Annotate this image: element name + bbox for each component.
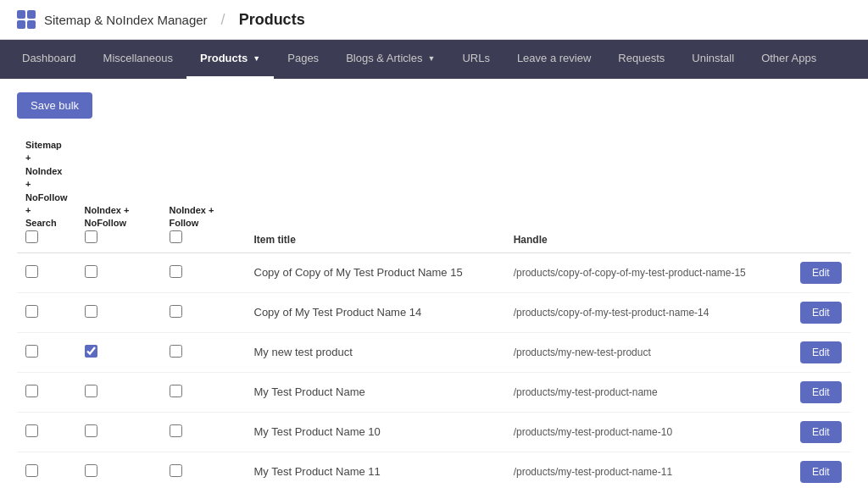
app-icon bbox=[17, 10, 36, 29]
edit-button-4[interactable]: Edit bbox=[800, 421, 842, 443]
dropdown-arrow-icon: ▼ bbox=[427, 54, 435, 63]
row-check2-4[interactable] bbox=[85, 424, 97, 437]
main-content: Save bulk Sitemap +NoIndex +NoFollow +Se… bbox=[0, 79, 868, 488]
app-name: Sitemap & NoIndex Manager bbox=[44, 13, 208, 27]
row-check2-2[interactable] bbox=[85, 345, 97, 358]
row-title-4: My Test Product Name 10 bbox=[246, 412, 505, 452]
nav-item-uninstall[interactable]: Uninstall bbox=[678, 40, 748, 79]
row-check1-1[interactable] bbox=[25, 305, 38, 318]
row-check3-4[interactable] bbox=[170, 424, 182, 437]
edit-button-2[interactable]: Edit bbox=[800, 341, 842, 363]
dropdown-arrow-icon: ▼ bbox=[253, 54, 260, 63]
nav-bar: DashboardMiscellaneousProducts▼PagesBlog… bbox=[0, 40, 868, 79]
row-check1-0[interactable] bbox=[25, 265, 38, 278]
row-check1-3[interactable] bbox=[25, 385, 38, 397]
row-check2-1[interactable] bbox=[85, 305, 97, 318]
edit-button-3[interactable]: Edit bbox=[800, 381, 842, 403]
col-header-item-title: Item title bbox=[246, 132, 505, 252]
nav-item-requests[interactable]: Requests bbox=[604, 40, 678, 79]
row-title-3: My Test Product Name bbox=[246, 372, 505, 412]
select-all-check3[interactable] bbox=[170, 230, 182, 243]
row-check3-0[interactable] bbox=[170, 265, 182, 278]
row-check3-2[interactable] bbox=[170, 345, 182, 358]
nav-item-miscellaneous[interactable]: Miscellaneous bbox=[90, 40, 186, 79]
col-header-edit bbox=[792, 132, 851, 252]
nav-item-pages[interactable]: Pages bbox=[274, 40, 332, 79]
col-header-handle: Handle bbox=[505, 132, 792, 252]
row-handle-1: /products/copy-of-my-test-product-name-1… bbox=[505, 292, 792, 332]
edit-button-5[interactable]: Edit bbox=[800, 461, 842, 483]
table-row: Copy of My Test Product Name 14/products… bbox=[17, 292, 851, 332]
row-title-5: My Test Product Name 11 bbox=[246, 452, 505, 488]
products-table: Sitemap +NoIndex +NoFollow +Search NoInd… bbox=[17, 132, 851, 488]
row-check1-5[interactable] bbox=[25, 464, 38, 477]
table-body: Copy of Copy of My Test Product Name 15/… bbox=[17, 252, 851, 488]
col-header-noindex-follow: NoIndex +Follow bbox=[161, 132, 246, 252]
breadcrumb-separator: / bbox=[221, 11, 225, 29]
select-all-check2[interactable] bbox=[85, 230, 97, 243]
table-row: My new test product/products/my-new-test… bbox=[17, 332, 851, 372]
row-handle-3: /products/my-test-product-name bbox=[505, 372, 792, 412]
row-check2-3[interactable] bbox=[85, 385, 97, 397]
row-handle-2: /products/my-new-test-product bbox=[505, 332, 792, 372]
nav-item-other-apps[interactable]: Other Apps bbox=[748, 40, 830, 79]
row-check1-2[interactable] bbox=[25, 345, 38, 358]
row-handle-0: /products/copy-of-copy-of-my-test-produc… bbox=[505, 252, 792, 292]
row-title-1: Copy of My Test Product Name 14 bbox=[246, 292, 505, 332]
col-header-sitemap: Sitemap +NoIndex +NoFollow +Search bbox=[17, 132, 76, 252]
row-check1-4[interactable] bbox=[25, 424, 38, 437]
table-row: My Test Product Name 11/products/my-test… bbox=[17, 452, 851, 488]
nav-item-products[interactable]: Products▼ bbox=[186, 40, 274, 79]
row-check3-1[interactable] bbox=[170, 305, 182, 318]
nav-item-blogs---articles[interactable]: Blogs & Articles▼ bbox=[332, 40, 448, 79]
edit-button-0[interactable]: Edit bbox=[800, 262, 842, 284]
table-row: My Test Product Name/products/my-test-pr… bbox=[17, 372, 851, 412]
row-check3-5[interactable] bbox=[170, 464, 182, 477]
page-title: Products bbox=[239, 11, 305, 29]
row-check2-5[interactable] bbox=[85, 464, 97, 477]
row-check2-0[interactable] bbox=[85, 265, 97, 278]
col-header-noindex-nofollow: NoIndex +NoFollow bbox=[76, 132, 161, 252]
select-all-check1[interactable] bbox=[25, 230, 38, 243]
nav-item-dashboard[interactable]: Dashboard bbox=[8, 40, 90, 79]
nav-item-leave-a-review[interactable]: Leave a review bbox=[504, 40, 604, 79]
save-bulk-button[interactable]: Save bulk bbox=[17, 92, 92, 119]
table-row: Copy of Copy of My Test Product Name 15/… bbox=[17, 252, 851, 292]
row-handle-4: /products/my-test-product-name-10 bbox=[505, 412, 792, 452]
table-row: My Test Product Name 10/products/my-test… bbox=[17, 412, 851, 452]
row-check3-3[interactable] bbox=[170, 385, 182, 397]
row-title-0: Copy of Copy of My Test Product Name 15 bbox=[246, 252, 505, 292]
app-header: Sitemap & NoIndex Manager / Products bbox=[0, 0, 868, 40]
row-title-2: My new test product bbox=[246, 332, 505, 372]
edit-button-1[interactable]: Edit bbox=[800, 302, 842, 324]
row-handle-5: /products/my-test-product-name-11 bbox=[505, 452, 792, 488]
nav-item-urls[interactable]: URLs bbox=[448, 40, 504, 79]
